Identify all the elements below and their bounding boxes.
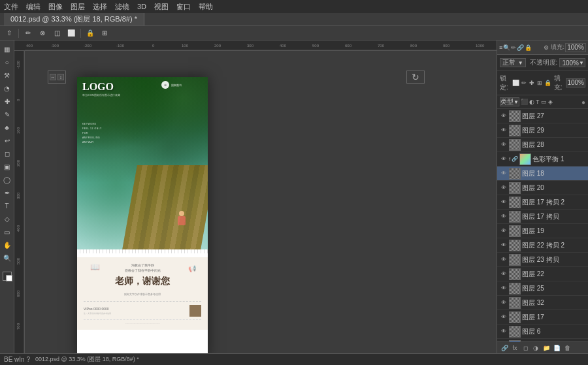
panel-icon-search[interactable]: 🔍 [503,44,510,51]
float-panel-right[interactable]: ↻ [406,71,425,84]
brush-tool[interactable]: ✎ [1,108,13,120]
layer-item[interactable]: 👁图层 17 拷贝 [497,210,588,224]
filter-smart-icon[interactable]: ◈ [548,99,553,105]
menu-file[interactable]: 文件 [4,2,18,12]
layer-item[interactable]: 👁图层 27 [497,109,588,123]
layer-eye-toggle[interactable]: 👁 [500,299,508,307]
gradient-tool[interactable]: ▣ [1,161,13,172]
filter-pixel-icon[interactable]: ⬛ [521,99,528,105]
layer-item[interactable]: 👁图层 18 [497,167,588,181]
panel-icon-layers[interactable]: ≡ [499,44,502,51]
lock-btn[interactable]: 🔒 [84,27,97,39]
layer-eye-toggle[interactable]: 👁 [500,256,508,264]
lock-artboard-btn[interactable]: ⊞ [536,78,543,87]
layer-eye-toggle[interactable]: 👁 [500,170,508,178]
opacity-input[interactable]: 100% ▼ [559,58,585,67]
selection-tool[interactable]: ▦ [1,43,13,55]
layer-eye-toggle[interactable]: 👁 [500,112,508,120]
layer-item[interactable]: 👁图层 22 拷贝 2 [497,238,588,253]
fp-btn-1[interactable]: ↔ [50,74,56,80]
new-group-btn[interactable]: 📁 [542,343,551,353]
layer-eye-toggle[interactable]: 👁 [500,155,508,163]
menu-select[interactable]: 选择 [93,2,107,12]
layer-item[interactable]: 👁图层 17 拷贝 2 [497,195,588,210]
panel-icon-link[interactable]: 🔗 [517,44,524,51]
layer-item[interactable]: 👁图层 19 [497,224,588,238]
layer-eye-toggle[interactable]: 👁 [500,285,508,293]
document-tab[interactable]: 0012.psd @ 33.3% (图层 18, RGB/8#) * [4,13,144,25]
align-btn[interactable]: ⊞ [98,27,111,39]
new-fill-btn[interactable]: ◑ [531,343,540,353]
layer-eye-toggle[interactable]: 👁 [500,127,508,135]
shape-tool[interactable]: ▭ [1,226,13,238]
menu-filter[interactable]: 滤镜 [115,2,129,12]
rotate-icon[interactable]: ↻ [412,72,419,82]
filter-adjust-icon[interactable]: ◐ [529,99,534,105]
text-tool[interactable]: T [1,200,13,212]
layer-eye-toggle[interactable]: 👁 [500,242,508,249]
layer-item[interactable]: 👁图层 17 [497,310,588,325]
layer-item[interactable]: 👁f🔗色彩平衡 1 [497,152,588,167]
lasso-tool[interactable]: ○ [1,56,13,68]
layer-eye-toggle[interactable]: 👁 [500,184,508,192]
menu-help[interactable]: 帮助 [199,2,213,12]
lock-position-btn[interactable]: ✚ [529,78,535,87]
foreground-color[interactable] [3,272,12,281]
history-tool[interactable]: ↩ [1,135,13,146]
layer-eye-toggle[interactable]: 👁 [500,328,508,336]
layer-eye-toggle[interactable]: 👁 [500,198,508,206]
pen-tool[interactable]: ✒ [1,187,13,198]
layer-item[interactable]: 👁图层 22 [497,267,588,281]
layer-eye-toggle[interactable]: 👁 [500,270,508,278]
fp-btn-2[interactable]: ↕ [57,74,64,80]
add-style-btn[interactable]: fx [510,343,519,353]
menu-layer[interactable]: 图层 [71,2,85,12]
healing-tool[interactable]: ✚ [1,95,13,107]
menu-view[interactable]: 视图 [154,2,169,12]
layers-panel[interactable]: 👁图层 27👁图层 29👁图层 28👁f🔗色彩平衡 1👁图层 18👁图层 20👁… [497,109,588,341]
eyedropper-tool[interactable]: ◔ [1,82,13,94]
shape-btn[interactable]: ⬜ [65,27,78,39]
layer-item[interactable]: 👁图层 23 拷贝 [497,253,588,267]
blend-mode-dropdown[interactable]: 正常 ▼ [500,58,526,67]
path-tool[interactable]: ◇ [1,213,13,225]
menu-edit[interactable]: 编辑 [26,2,41,12]
layer-type-dropdown[interactable]: 类型 ▼ [500,97,519,106]
panel-icon-options[interactable]: ⚙ [544,44,549,51]
filter-text-icon[interactable]: T [536,99,540,105]
gradient-btn[interactable]: ◫ [50,27,63,39]
menu-3d[interactable]: 3D [137,3,146,10]
delete-layer-btn[interactable]: 🗑 [563,343,572,353]
zoom-tool[interactable]: 🔍 [1,252,13,264]
stamp-tool[interactable]: ♣ [1,121,13,133]
move-tool-btn[interactable]: ⇧ [3,27,16,39]
layer-item[interactable]: 👁图层 20 [497,181,588,195]
canvas-area[interactable]: 400 -300 -200 -100 0 100 200 300 400 500… [14,40,497,353]
new-layer-btn[interactable]: 📄 [552,343,561,353]
eraser-btn[interactable]: ⊗ [36,27,49,39]
layer-eye-toggle[interactable]: 👁 [500,213,508,221]
layer-item[interactable]: 👁图层 28 [497,138,588,152]
dodge-tool[interactable]: ◯ [1,174,13,185]
panel-icon-lock[interactable]: 🔒 [525,44,532,51]
layer-eye-toggle[interactable]: 👁 [500,313,508,321]
filter-shape-icon[interactable]: ▭ [541,99,547,105]
panel-fill-input[interactable]: 100% [565,43,586,52]
menu-image[interactable]: 图像 [48,2,63,12]
lock-transparent-btn[interactable]: ⬜ [512,78,519,87]
layer-eye-toggle[interactable]: 👁 [500,141,508,149]
lock-image-btn[interactable]: ✏ [521,78,527,87]
panel-icon-pencil[interactable]: ✏ [511,44,516,51]
eraser-tool[interactable]: ◻ [1,148,13,159]
layer-item[interactable]: 👁图层 29 [497,123,588,138]
layer-eye-toggle[interactable]: 👁 [500,227,508,235]
hand-tool[interactable]: ✋ [1,239,13,251]
add-mask-btn[interactable]: ◻ [521,343,530,353]
layer-item[interactable]: 👁图层 6 [497,325,588,339]
link-layers-btn[interactable]: 🔗 [500,343,509,353]
filter-toggle[interactable]: ● [581,99,585,106]
layer-item[interactable]: 👁图层 32 [497,296,588,310]
brush-btn[interactable]: ✏ [22,27,35,39]
fill-value-input[interactable]: 100% [566,78,585,87]
layer-item[interactable]: 👁图层 25 [497,281,588,296]
